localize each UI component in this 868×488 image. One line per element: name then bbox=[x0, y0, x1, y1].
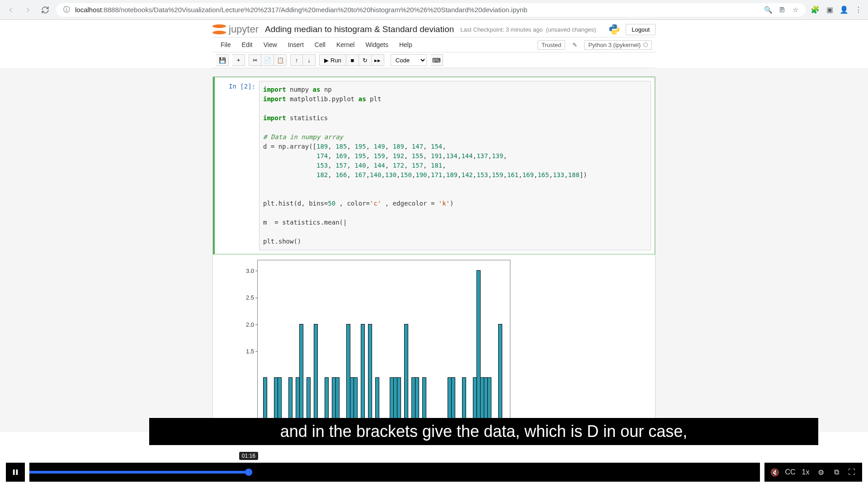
url-text: localhost:8888/notebooks/Data%20Visualiz… bbox=[75, 6, 760, 14]
histogram-bar bbox=[498, 324, 502, 432]
pip-icon[interactable]: ⧉ bbox=[831, 467, 841, 477]
kernel-indicator[interactable]: Python 3 (ipykernel) bbox=[584, 40, 652, 50]
fullscreen-icon[interactable]: ⛶ bbox=[847, 467, 857, 477]
histogram-bar bbox=[404, 324, 408, 432]
paste-button[interactable]: 📋 bbox=[274, 54, 287, 66]
time-tooltip: 01:16 bbox=[239, 452, 258, 460]
cell-output: 3.02.52.01.5 bbox=[213, 254, 655, 432]
menu-widgets[interactable]: Widgets bbox=[361, 39, 393, 50]
browser-toolbar: ⓘ localhost:8888/notebooks/Data%20Visual… bbox=[0, 0, 868, 20]
restart-run-all-button[interactable]: ▸▸ bbox=[372, 54, 384, 66]
menu-file[interactable]: File bbox=[216, 39, 236, 50]
cell-type-select[interactable]: Code bbox=[391, 54, 427, 66]
histogram-bar bbox=[368, 324, 372, 432]
captions-icon[interactable]: CC bbox=[785, 467, 795, 477]
interrupt-button[interactable]: ■ bbox=[346, 54, 359, 66]
zoom-icon[interactable]: 🔍 bbox=[763, 5, 773, 15]
jupyter-logo[interactable]: jupyter bbox=[212, 23, 259, 36]
jupyter-logo-text: jupyter bbox=[229, 23, 259, 35]
cell-prompt: In [2]: bbox=[218, 81, 259, 250]
move-up-button[interactable]: ↑ bbox=[290, 54, 303, 66]
menu-view[interactable]: View bbox=[259, 39, 282, 50]
logout-button[interactable]: Logout bbox=[626, 24, 656, 35]
menu-insert[interactable]: Insert bbox=[283, 39, 308, 50]
toolbar: 💾 ＋ ✂ 📄 📋 ↑ ↓ ▶ Run ■ ↻ ▸▸ Code ⌨ bbox=[212, 52, 656, 68]
notebook-title[interactable]: Adding median to histogram & Standard de… bbox=[265, 24, 454, 34]
command-palette-button[interactable]: ⌨ bbox=[430, 54, 443, 66]
play-pause-button[interactable] bbox=[6, 463, 25, 482]
translate-icon[interactable]: 🖹 bbox=[777, 5, 787, 15]
svg-rect-0 bbox=[13, 469, 15, 475]
settings-icon[interactable]: ⚙ bbox=[816, 467, 826, 477]
python-logo-icon bbox=[609, 23, 620, 35]
trusted-indicator[interactable]: Trusted bbox=[538, 40, 566, 50]
svg-rect-1 bbox=[16, 469, 18, 475]
histogram-chart: 3.02.52.01.5 bbox=[257, 260, 510, 432]
restart-button[interactable]: ↻ bbox=[359, 54, 372, 66]
back-button[interactable] bbox=[5, 4, 17, 16]
edit-icon[interactable]: ✎ bbox=[570, 40, 580, 50]
bookmark-icon[interactable]: ☆ bbox=[790, 5, 800, 15]
video-subtitle: and in the brackets give the data, which… bbox=[149, 418, 818, 445]
sidepanel-icon[interactable]: ▣ bbox=[825, 5, 835, 15]
video-controls: 01:16 🔇 CC 1x ⚙ ⧉ ⛶ bbox=[6, 463, 862, 482]
insert-cell-button[interactable]: ＋ bbox=[232, 54, 245, 66]
histogram-bar bbox=[314, 324, 318, 432]
profile-icon[interactable]: 👤 bbox=[839, 5, 849, 15]
save-button[interactable]: 💾 bbox=[216, 54, 229, 66]
notebook: In [2]: import numpy as np import matplo… bbox=[212, 76, 656, 432]
menu-help[interactable]: Help bbox=[395, 39, 417, 50]
jupyter-logo-icon bbox=[212, 23, 226, 36]
cut-button[interactable]: ✂ bbox=[249, 54, 261, 66]
kernel-status-icon bbox=[643, 42, 648, 47]
copy-button[interactable]: 📄 bbox=[261, 54, 274, 66]
checkpoint-text: Last Checkpoint: 3 minutes ago (unsaved … bbox=[460, 26, 596, 33]
code-editor[interactable]: import numpy as np import matplotlib.pyp… bbox=[259, 81, 651, 250]
mute-icon[interactable]: 🔇 bbox=[770, 467, 780, 477]
menubar: File Edit View Insert Cell Kernel Widget… bbox=[212, 37, 656, 52]
histogram-bar bbox=[299, 324, 303, 432]
reload-button[interactable] bbox=[39, 4, 52, 16]
run-button[interactable]: ▶ Run bbox=[319, 54, 346, 66]
move-down-button[interactable]: ↓ bbox=[303, 54, 316, 66]
site-info-icon[interactable]: ⓘ bbox=[61, 5, 71, 15]
jupyter-header: jupyter Adding median to histogram & Sta… bbox=[212, 20, 656, 37]
code-cell[interactable]: In [2]: import numpy as np import matplo… bbox=[213, 77, 655, 254]
video-progress-bar[interactable]: 01:16 bbox=[29, 463, 760, 482]
url-bar[interactable]: ⓘ localhost:8888/notebooks/Data%20Visual… bbox=[56, 3, 806, 17]
menu-edit[interactable]: Edit bbox=[237, 39, 257, 50]
kernel-name-text: Python 3 (ipykernel) bbox=[588, 42, 641, 48]
extensions-icon[interactable]: 🧩 bbox=[810, 5, 820, 15]
chrome-menu-icon[interactable]: ⋮ bbox=[854, 5, 863, 15]
histogram-bar bbox=[361, 324, 365, 432]
forward-button[interactable] bbox=[22, 4, 34, 16]
menu-kernel[interactable]: Kernel bbox=[332, 39, 359, 50]
speed-icon[interactable]: 1x bbox=[801, 467, 811, 477]
menu-cell[interactable]: Cell bbox=[310, 39, 330, 50]
